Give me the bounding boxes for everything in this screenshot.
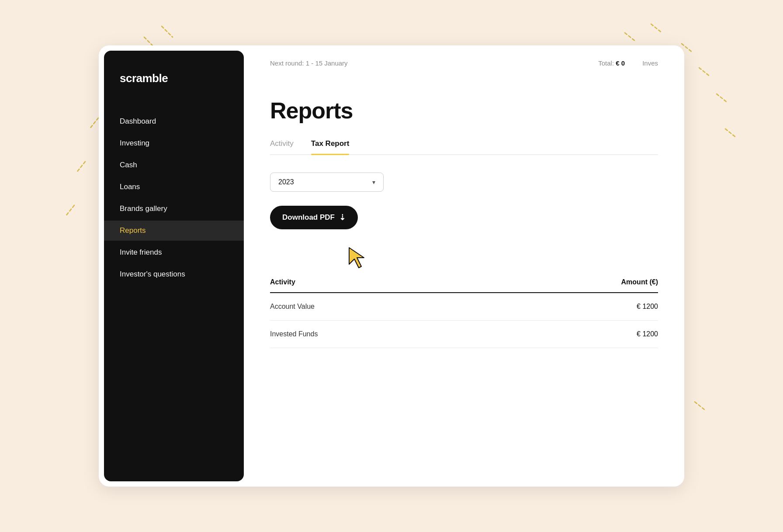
- chevron-down-icon: ▾: [372, 179, 375, 186]
- nav-list: Dashboard Investing Cash Loans Brands ga…: [104, 111, 244, 284]
- svg-line-13: [695, 402, 706, 411]
- svg-marker-22: [349, 248, 364, 268]
- col-header-activity: Activity: [270, 273, 489, 293]
- total-amount: € 0: [616, 59, 625, 67]
- download-pdf-button[interactable]: Download PDF ⇣: [270, 206, 358, 229]
- row-amount-1: € 1200: [489, 293, 658, 321]
- table-row: Invested Funds € 1200: [270, 321, 658, 348]
- sidebar-item-brands-gallery[interactable]: Brands gallery: [104, 199, 244, 219]
- svg-line-10: [699, 68, 710, 76]
- row-activity-1: Account Value: [270, 293, 489, 321]
- svg-line-7: [625, 33, 636, 41]
- total-label: Total:: [598, 59, 614, 67]
- invested-label: Inves: [642, 59, 658, 67]
- download-label: Download PDF: [282, 213, 335, 222]
- year-value: 2023: [278, 178, 372, 186]
- content-area: Reports Activity Tax Report 2023 ▾ Downl…: [244, 76, 684, 487]
- logo: scramble: [104, 72, 244, 85]
- tab-tax-report[interactable]: Tax Report: [311, 139, 350, 154]
- sidebar-item-cash[interactable]: Cash: [104, 155, 244, 175]
- total-value: Total: € 0: [598, 59, 625, 67]
- download-icon: ⇣: [339, 213, 346, 222]
- sidebar-item-dashboard[interactable]: Dashboard: [104, 111, 244, 131]
- row-activity-2: Invested Funds: [270, 321, 489, 348]
- cursor-decoration: [346, 246, 367, 269]
- main-content: Next round: 1 - 15 January Total: € 0 In…: [244, 45, 684, 487]
- sidebar-item-loans[interactable]: Loans: [104, 177, 244, 197]
- next-round-info: Next round: 1 - 15 January: [270, 59, 348, 67]
- table-row: Account Value € 1200: [270, 293, 658, 321]
- year-selector[interactable]: 2023 ▾: [270, 173, 384, 192]
- sidebar-item-reports[interactable]: Reports: [104, 221, 244, 241]
- page-title: Reports: [270, 97, 658, 124]
- topbar-right: Total: € 0 Inves: [598, 59, 658, 67]
- svg-line-6: [66, 205, 74, 216]
- tab-activity[interactable]: Activity: [270, 139, 294, 154]
- sidebar: scramble Dashboard Investing Cash Loans …: [104, 51, 244, 481]
- sidebar-item-investing[interactable]: Investing: [104, 133, 244, 153]
- svg-line-12: [725, 129, 736, 138]
- row-amount-2: € 1200: [489, 321, 658, 348]
- tabs-container: Activity Tax Report: [270, 139, 658, 155]
- sidebar-item-investors-questions[interactable]: Investor's questions: [104, 264, 244, 284]
- svg-line-8: [651, 24, 662, 33]
- sidebar-item-invite-friends[interactable]: Invite friends: [104, 242, 244, 263]
- svg-line-11: [717, 94, 728, 103]
- svg-line-1: [162, 26, 173, 37]
- topbar: Next round: 1 - 15 January Total: € 0 In…: [244, 45, 684, 76]
- col-header-amount: Amount (€): [489, 273, 658, 293]
- svg-line-5: [76, 162, 85, 173]
- svg-line-4: [90, 118, 98, 129]
- main-card: scramble Dashboard Investing Cash Loans …: [99, 45, 684, 487]
- report-table: Activity Amount (€) Account Value € 1200…: [270, 273, 658, 348]
